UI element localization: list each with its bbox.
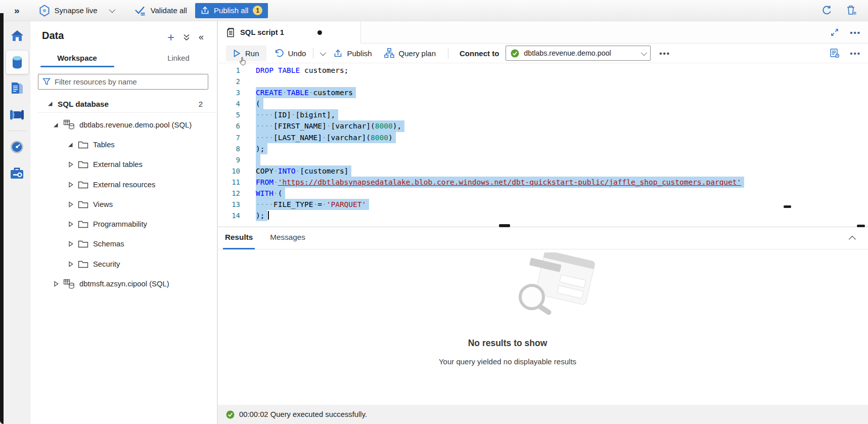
line-number: 12 — [218, 188, 240, 199]
code-line-5[interactable]: 5····[ID]·[bigint], — [218, 109, 868, 120]
toolbar-overflow-icon[interactable]: ••• — [850, 49, 861, 58]
folder-icon — [78, 220, 88, 228]
publish-upload-icon — [334, 49, 342, 58]
tab-results[interactable]: Results — [223, 227, 255, 249]
caret-expanded-icon[interactable] — [47, 101, 54, 107]
sql-script-icon — [226, 27, 235, 38]
rail-item-manage[interactable] — [6, 161, 28, 185]
caret-expanded-icon[interactable] — [53, 122, 59, 128]
sql-code-editor[interactable]: 1DROP TABLE customers;23CREATE·TABLE·cus… — [218, 63, 868, 227]
mode-selector[interactable]: Synapse live — [39, 5, 114, 17]
panel-title: Data — [42, 30, 64, 41]
tab-sql-script-1[interactable]: SQL script 1 — [218, 21, 361, 44]
query-plan-label: Query plan — [399, 49, 436, 58]
collapse-all-icon[interactable] — [183, 33, 190, 41]
caret-collapsed-icon[interactable] — [67, 221, 74, 227]
line-number: 5 — [218, 109, 240, 120]
caret-collapsed-icon[interactable] — [67, 182, 74, 188]
collapse-panel-icon[interactable]: « — [199, 32, 204, 43]
tree-item-external-resources[interactable]: External resources — [30, 175, 217, 194]
toolbar-more-icon[interactable]: ••• — [659, 49, 670, 58]
code-line-8[interactable]: 8); — [218, 143, 868, 154]
tab-title: SQL script 1 — [240, 28, 284, 36]
code-line-13[interactable]: 13····FILE_TYPE·=·'PARQUET' — [218, 199, 868, 210]
monitor-icon — [10, 140, 24, 154]
data-panel-tabs: Workspace Linked — [30, 50, 217, 69]
publish-all-button[interactable]: Publish all 1 — [195, 3, 268, 18]
publish-button[interactable]: Publish — [334, 49, 372, 58]
line-number: 13 — [218, 199, 240, 210]
tab-workspace[interactable]: Workspace — [30, 50, 124, 69]
expand-menu-icon[interactable]: » — [14, 5, 20, 16]
status-message: 00:00:02 Query executed successfully. — [239, 410, 367, 418]
home-icon — [10, 29, 24, 43]
line-number: 14 — [218, 210, 240, 221]
code-line-10[interactable]: 10COPY·INTO·[customers] — [218, 165, 868, 177]
rail-item-integrate[interactable] — [6, 103, 28, 126]
tree-item-views[interactable]: Views — [30, 194, 217, 214]
code-line-4[interactable]: 4( — [218, 98, 868, 109]
splitter-handle[interactable] — [499, 224, 510, 227]
result-settings-icon[interactable] — [830, 48, 840, 58]
caret-expanded-icon[interactable] — [67, 142, 74, 148]
tree-item-programmability[interactable]: Programmability — [30, 214, 217, 234]
tree-root-sql-database[interactable]: SQL database 2 — [30, 95, 217, 112]
results-scroll-mark[interactable] — [857, 225, 865, 227]
editor-scroll-mark[interactable] — [784, 205, 791, 208]
tab-messages[interactable]: Messages — [268, 227, 307, 249]
caret-collapsed-icon[interactable] — [53, 281, 59, 287]
caret-collapsed-icon[interactable] — [67, 241, 74, 247]
filter-funnel-icon — [42, 78, 51, 86]
rail-item-data[interactable] — [6, 51, 28, 74]
mode-label: Synapse live — [55, 6, 98, 15]
discard-trash-icon[interactable] — [846, 5, 857, 16]
code-line-9[interactable]: 9 — [218, 154, 868, 165]
tree-item-security[interactable]: Security — [30, 254, 217, 274]
rail-item-develop[interactable] — [6, 77, 28, 100]
validate-all-button[interactable]: Validate all — [134, 5, 187, 16]
code-line-6[interactable]: 6····[FIRST_NAME]·[varchar](8000), — [218, 120, 868, 132]
refresh-icon[interactable] — [821, 5, 833, 16]
tree-item-external-tables[interactable]: External tables — [30, 155, 217, 175]
line-number: 6 — [218, 120, 240, 132]
code-line-12[interactable]: 12WITH·( — [218, 188, 868, 199]
code-line-2[interactable]: 2 — [218, 76, 868, 87]
rail-item-home[interactable] — [6, 24, 28, 48]
play-icon — [233, 49, 241, 58]
pool-chevron-icon — [641, 49, 648, 56]
add-resource-icon[interactable]: + — [167, 32, 174, 43]
code-line-14[interactable]: 14); — [218, 210, 868, 221]
results-tabs: Results Messages — [218, 227, 868, 249]
expand-editor-icon[interactable] — [831, 28, 839, 36]
line-number: 4 — [218, 98, 240, 109]
query-plan-button[interactable]: Query plan — [384, 48, 436, 58]
tab-more-icon[interactable]: ••• — [850, 28, 861, 37]
tree-item-tables[interactable]: Tables — [30, 135, 217, 154]
code-line-7[interactable]: 7····[LAST_NAME]·[varchar](8000) — [218, 132, 868, 143]
editor-toolbar: Run Undo Publish Query plan Connect to — [218, 44, 868, 63]
tree-item-label: Schemas — [93, 240, 124, 248]
tab-linked[interactable]: Linked — [141, 50, 216, 69]
caret-collapsed-icon[interactable] — [67, 201, 74, 207]
connect-to-dropdown[interactable]: dbtlabs.revenue.demo.pool — [506, 46, 651, 61]
collapse-results-chevron-icon[interactable] — [849, 236, 856, 243]
line-number: 10 — [218, 165, 240, 177]
undo-button[interactable]: Undo — [274, 49, 306, 58]
query-plan-icon — [384, 48, 394, 58]
line-number: 8 — [218, 143, 240, 154]
run-button[interactable]: Run — [226, 46, 266, 61]
tree-item-schemas[interactable]: Schemas — [30, 234, 217, 254]
caret-collapsed-icon[interactable] — [67, 161, 74, 167]
filter-resources-input[interactable] — [55, 78, 204, 86]
code-line-3[interactable]: 3CREATE·TABLE·customers — [218, 87, 868, 98]
folder-icon — [78, 141, 88, 149]
caret-collapsed-icon[interactable] — [67, 261, 74, 267]
resource-tree: SQL database 2 dbtlabs.revenue.demo.pool… — [30, 95, 217, 294]
tree-item-dbtmsft-azsyn-cipool-sql[interactable]: dbtmsft.azsyn.cipool (SQL) — [30, 274, 217, 293]
tree-item-dbtlabs-revenue-demo-pool-sql[interactable]: dbtlabs.revenue.demo.pool (SQL) — [30, 115, 217, 135]
code-line-11[interactable]: 11FROM·'https://dbtlabsynapsedatalake.bl… — [218, 177, 868, 188]
rail-item-monitor[interactable] — [6, 135, 28, 158]
code-line-1[interactable]: 1DROP TABLE customers; — [218, 65, 868, 76]
run-label: Run — [245, 49, 259, 58]
run-options-chevron-icon[interactable] — [320, 49, 327, 56]
